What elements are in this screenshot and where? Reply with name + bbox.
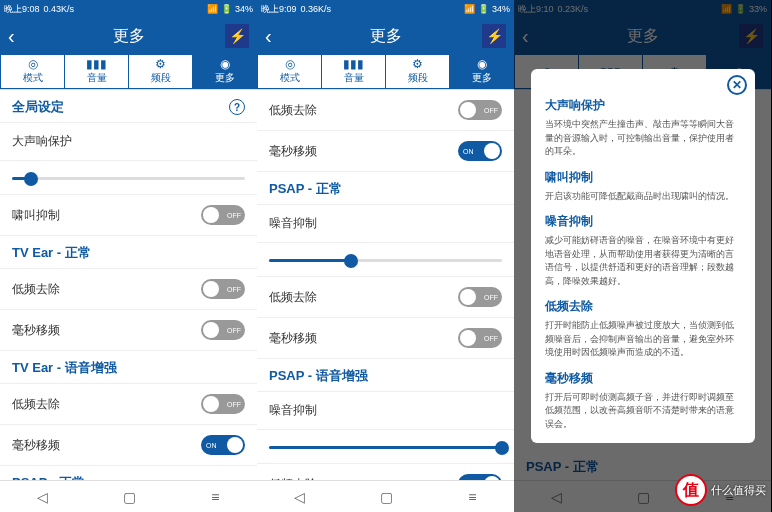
modal-text: 打开后可即时侦测高频子音，并进行即时调频至低频范围，以改善高频音听不清楚时带来的… <box>545 391 741 432</box>
section-tvear-normal: TV Ear - 正常 <box>0 236 257 269</box>
target-icon: ◎ <box>28 58 38 70</box>
row-lowfreq: 低频去除OFF <box>0 269 257 310</box>
modal-text: 打开时能防止低频噪声被过度放大，当侦测到低频噪音后，会抑制声音输出的音量，避免室… <box>545 319 741 360</box>
row-msshift: 毫秒移频ON <box>0 425 257 466</box>
toggle[interactable]: OFF <box>458 328 502 348</box>
screen-2: 晚上9:090.36K/s 📶🔋34% ‹ 更多 ⚡ ◎模式 ▮▮▮音量 ⚙频段… <box>257 0 514 512</box>
watermark-badge-icon: 值 <box>675 474 707 506</box>
modal-overlay[interactable]: ✕ 大声响保护 当环境中突然产生撞击声、敲击声等等瞬间大音量的音源输入时，可控制… <box>514 0 771 512</box>
status-battery: 34% <box>492 4 510 14</box>
nav-home-icon[interactable]: ▢ <box>123 489 136 505</box>
modal-heading: 大声响保护 <box>545 97 741 114</box>
toggle-howl[interactable]: OFF <box>201 205 245 225</box>
signal-icon: 📶 <box>464 4 475 14</box>
app-bar: ‹ 更多 ⚡ <box>257 18 514 54</box>
row-msshift: 毫秒移频OFF <box>257 318 514 359</box>
toggle[interactable]: OFF <box>458 287 502 307</box>
help-icon[interactable]: ? <box>229 99 245 115</box>
tab-more[interactable]: ◉更多 <box>449 54 514 89</box>
row-lowfreq: 低频去除OFF <box>257 277 514 318</box>
bluetooth-icon[interactable]: ⚡ <box>225 24 249 48</box>
gauge-icon: ◉ <box>220 58 230 70</box>
nav-home-icon[interactable]: ▢ <box>380 489 393 505</box>
row-lowfreq: 低频去除OFF <box>257 90 514 131</box>
tab-bar: ◎模式 ▮▮▮音量 ⚙频段 ◉更多 <box>257 54 514 90</box>
row-lowfreq: 低频去除OFF <box>0 384 257 425</box>
section-psap-normal: PSAP - 正常 <box>257 172 514 205</box>
nav-back-icon[interactable]: ◁ <box>294 489 305 505</box>
nav-bar: ◁▢≡ <box>0 480 257 512</box>
modal-text: 开启该功能可降低配戴商品时出现啸叫的情况。 <box>545 190 741 204</box>
modal-heading: 啸叫抑制 <box>545 169 741 186</box>
tab-freq[interactable]: ⚙频段 <box>385 54 449 89</box>
row-loud-protect: 大声响保护 <box>0 123 257 161</box>
nav-recent-icon[interactable]: ≡ <box>211 489 219 505</box>
watermark: 值 什么值得买 <box>675 474 766 506</box>
status-bar: 晚上9:090.36K/s 📶🔋34% <box>257 0 514 18</box>
battery-icon: 🔋 <box>221 4 232 14</box>
target-icon: ◎ <box>285 58 295 70</box>
close-icon[interactable]: ✕ <box>727 75 747 95</box>
row-msshift: 毫秒移频OFF <box>0 310 257 351</box>
slider[interactable] <box>269 446 502 449</box>
app-title: 更多 <box>113 26 145 47</box>
bars-icon: ▮▮▮ <box>86 58 107 70</box>
nav-bar: ◁▢≡ <box>257 480 514 512</box>
toggle[interactable]: ON <box>201 435 245 455</box>
modal-text: 当环境中突然产生撞击声、敲击声等等瞬间大音量的音源输入时，可控制输出音量，保护使… <box>545 118 741 159</box>
toggle[interactable]: OFF <box>201 320 245 340</box>
toggle[interactable]: OFF <box>201 279 245 299</box>
slider-noise <box>257 430 514 464</box>
toggle[interactable]: ON <box>458 141 502 161</box>
tab-volume[interactable]: ▮▮▮音量 <box>321 54 385 89</box>
toggle[interactable]: ON <box>458 474 502 480</box>
screen-3: 晚上9:100.23K/s 📶🔋33% ‹ 更多 ⚡ ◎ ▮▮▮ ⚙ ◉ PSA… <box>514 0 771 512</box>
gauge-icon: ◉ <box>477 58 487 70</box>
status-bar: 晚上9:080.43K/s 📶🔋34% <box>0 0 257 18</box>
slider-loud-protect <box>0 161 257 195</box>
row-howl-suppress: 啸叫抑制OFF <box>0 195 257 236</box>
help-modal: ✕ 大声响保护 当环境中突然产生撞击声、敲击声等等瞬间大音量的音源输入时，可控制… <box>531 69 755 443</box>
screen-1: 晚上9:080.43K/s 📶🔋34% ‹ 更多 ⚡ ◎模式 ▮▮▮音量 ⚙频段… <box>0 0 257 512</box>
slider[interactable] <box>269 259 502 262</box>
watermark-text: 什么值得买 <box>711 483 766 498</box>
nav-back-icon[interactable]: ◁ <box>37 489 48 505</box>
tab-more[interactable]: ◉更多 <box>192 54 257 89</box>
section-tvear-voice: TV Ear - 语音增强 <box>0 351 257 384</box>
content-area: 低频去除OFF 毫秒移频ON PSAP - 正常 噪音抑制 低频去除OFF 毫秒… <box>257 90 514 480</box>
status-time: 晚上9:08 <box>4 3 40 16</box>
row-noise: 噪音抑制 <box>257 205 514 243</box>
toggle[interactable]: OFF <box>458 100 502 120</box>
status-speed: 0.36K/s <box>301 4 332 14</box>
back-icon[interactable]: ‹ <box>265 25 272 48</box>
row-msshift: 毫秒移频ON <box>257 131 514 172</box>
app-bar: ‹ 更多 ⚡ <box>0 18 257 54</box>
back-icon[interactable]: ‹ <box>8 25 15 48</box>
status-time: 晚上9:09 <box>261 3 297 16</box>
section-psap-voice: PSAP - 语音增强 <box>257 359 514 392</box>
sliders-icon: ⚙ <box>155 58 166 70</box>
nav-recent-icon[interactable]: ≡ <box>468 489 476 505</box>
tab-bar: ◎模式 ▮▮▮音量 ⚙频段 ◉更多 <box>0 54 257 90</box>
toggle[interactable]: OFF <box>201 394 245 414</box>
modal-heading: 毫秒移频 <box>545 370 741 387</box>
app-title: 更多 <box>370 26 402 47</box>
signal-icon: 📶 <box>207 4 218 14</box>
modal-heading: 噪音抑制 <box>545 213 741 230</box>
tab-freq[interactable]: ⚙频段 <box>128 54 192 89</box>
tab-volume[interactable]: ▮▮▮音量 <box>64 54 128 89</box>
status-battery: 34% <box>235 4 253 14</box>
sliders-icon: ⚙ <box>412 58 423 70</box>
tab-mode[interactable]: ◎模式 <box>0 54 64 89</box>
status-speed: 0.43K/s <box>44 4 75 14</box>
content-area: 全局设定? 大声响保护 啸叫抑制OFF TV Ear - 正常 低频去除OFF … <box>0 90 257 480</box>
slider-noise <box>257 243 514 277</box>
slider[interactable] <box>12 177 245 180</box>
row-lowfreq: 低频去除ON <box>257 464 514 480</box>
section-psap-normal: PSAP - 正常 <box>0 466 257 480</box>
tab-mode[interactable]: ◎模式 <box>257 54 321 89</box>
modal-heading: 低频去除 <box>545 298 741 315</box>
section-global: 全局设定? <box>0 90 257 123</box>
battery-icon: 🔋 <box>478 4 489 14</box>
bluetooth-icon[interactable]: ⚡ <box>482 24 506 48</box>
